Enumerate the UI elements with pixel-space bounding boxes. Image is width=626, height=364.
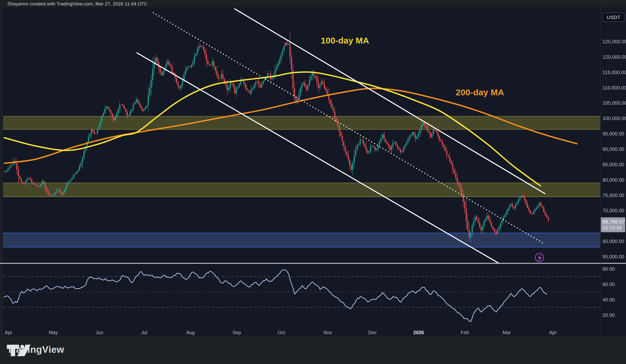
- time-tick-label: May: [49, 330, 58, 335]
- price-tick-label: 70,000.00: [603, 208, 624, 214]
- price-tick-label: 125,000.00: [603, 39, 626, 44]
- time-tick-label: 2026: [413, 330, 424, 335]
- price-tick-label: 105,000.00: [603, 100, 626, 106]
- candle-countdown: 12:15:34: [603, 225, 625, 231]
- time-tick-label: Apr: [5, 330, 12, 335]
- ma200-annotation-label: 200-day MA: [456, 87, 504, 97]
- price-tick-label: 60,000.00: [603, 239, 624, 244]
- time-tick-label: Feb: [461, 330, 469, 335]
- currency-toggle-button[interactable]: USDT: [603, 13, 625, 22]
- price-tick-label: 115,000.00: [603, 70, 626, 75]
- left-margin: [0, 7, 3, 336]
- bottom-bar: [0, 336, 626, 364]
- time-tick-label: Jun: [96, 330, 103, 335]
- price-tick-label: 55,000.00: [603, 254, 624, 259]
- time-tick-label: Nov: [323, 330, 332, 335]
- price-tick-label: 75,000.00: [603, 192, 624, 198]
- mid-support-resistance-zone: [3, 183, 600, 197]
- time-tick-label: Sep: [233, 330, 241, 335]
- price-tick-label: 80,000.00: [603, 177, 624, 182]
- time-tick-label: Jul: [141, 330, 148, 335]
- chart-canvas[interactable]: [0, 0, 626, 364]
- last-price-value: 66,769.57: [603, 218, 625, 225]
- indicator-tick-label: 20.00: [603, 312, 615, 318]
- time-tick-label: Aug: [186, 330, 195, 335]
- ma100-annotation-label: 100-day MA: [321, 36, 369, 45]
- tradingview-logo-icon: [7, 344, 31, 356]
- time-tick-label: Apr: [549, 330, 556, 335]
- price-tick-label: 120,000.00: [603, 54, 626, 60]
- price-tick-label: 110,000.00: [603, 85, 626, 90]
- attribution-text: Shayannv created with TradingView.com, M…: [7, 1, 147, 7]
- price-tick-label: 95,000.00: [603, 131, 624, 137]
- price-tick-label: 85,000.00: [603, 162, 624, 167]
- time-tick-label: Dec: [368, 330, 377, 335]
- price-tick-label: 90,000.00: [603, 146, 624, 152]
- indicator-tick-label: 60.00: [603, 281, 615, 287]
- price-tick-label: 100,000.00: [603, 116, 626, 121]
- chart-background: [0, 7, 626, 336]
- indicator-tick-label: 80.00: [603, 266, 615, 272]
- tradingview-chart-screenshot: Shayannv created with TradingView.com, M…: [0, 0, 626, 364]
- time-tick-label: Oct: [278, 330, 285, 335]
- lower-support-zone: [3, 233, 600, 247]
- last-price-badge: 66,769.57 12:15:34: [601, 217, 625, 232]
- indicator-tick-label: 40.00: [603, 297, 615, 302]
- time-tick-label: Mar: [503, 330, 511, 335]
- tradingview-logo[interactable]: TradingView: [7, 344, 64, 355]
